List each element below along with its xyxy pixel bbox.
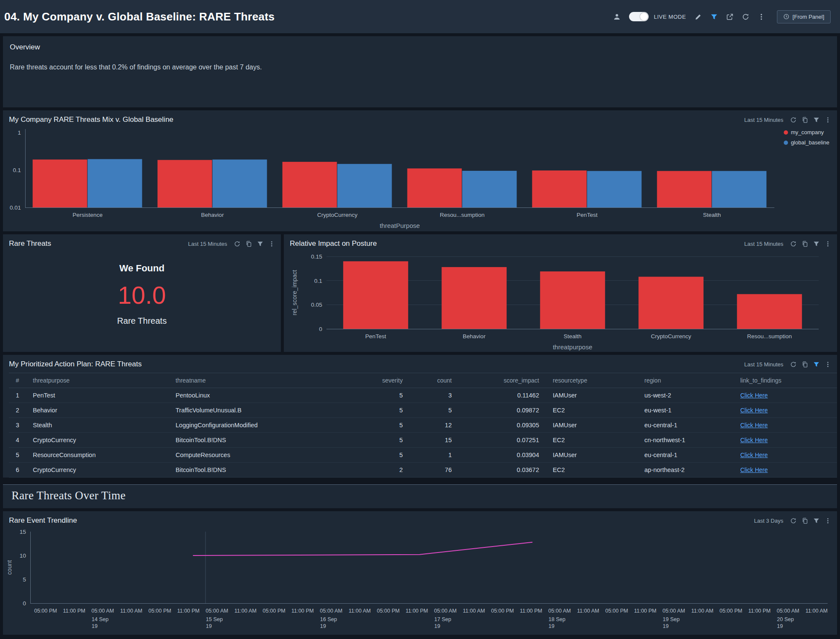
refresh-icon[interactable]	[790, 117, 797, 123]
filter-icon[interactable]	[813, 241, 820, 247]
chart-text: 05:00 PM	[491, 608, 514, 614]
refresh-icon[interactable]	[234, 241, 240, 247]
copy-icon[interactable]	[802, 241, 808, 247]
link-to-findings[interactable]: Click Here	[740, 466, 768, 473]
cell-threatname: BitcoinTool.B!DNS	[169, 433, 369, 448]
bar-global_baseline[interactable]	[462, 171, 517, 207]
bar-PenTest[interactable]	[343, 261, 408, 329]
chart-text: 11:00 AM	[463, 608, 485, 614]
cell-resourcetype: EC2	[546, 433, 638, 448]
cell-count: 3	[410, 388, 459, 403]
chart-text: 15	[20, 529, 26, 535]
kebab-menu-icon[interactable]	[825, 241, 831, 247]
cell-#: 5	[9, 448, 26, 463]
bar-my_company[interactable]	[407, 168, 462, 207]
kebab-menu-icon[interactable]	[825, 117, 831, 123]
kebab-menu-icon[interactable]	[268, 241, 275, 247]
filter-icon[interactable]	[813, 518, 820, 524]
share-icon[interactable]	[726, 13, 733, 20]
time-range-label: Last 15 Minutes	[744, 117, 783, 123]
rare-threats-panel: Rare Threats Last 15 Minutes We Found 10…	[3, 234, 281, 352]
bar-my_company[interactable]	[657, 171, 712, 207]
cell-region: us-west-2	[638, 388, 733, 403]
trend-line[interactable]	[193, 542, 533, 556]
cell-#: 3	[9, 418, 26, 433]
bar-my_company[interactable]	[33, 159, 87, 207]
link-to-findings[interactable]: Click Here	[740, 437, 768, 443]
legend-label: global_baseline	[791, 139, 829, 146]
chart-text: 05:00 PM	[605, 608, 628, 614]
copy-icon[interactable]	[802, 117, 808, 123]
chart-text: 19 Sep	[663, 616, 680, 622]
chart-text: 11:00 AM	[691, 608, 713, 614]
cell-link_to_findings: Click Here	[733, 448, 837, 463]
chart-text: 0	[319, 326, 322, 332]
panel-head: My Prioritized Action Plan: RARE Threats…	[3, 355, 837, 370]
cell-threatname: TrafficVolumeUnusual.B	[169, 403, 369, 418]
time-range-label: Last 3 Days	[754, 518, 783, 524]
legend-item-global-baseline[interactable]: global_baseline	[784, 139, 829, 146]
legend-swatch	[784, 141, 788, 145]
panel-title: Rare Event Trendline	[9, 516, 77, 525]
kebab-menu-icon[interactable]	[758, 13, 765, 20]
kebab-menu-icon[interactable]	[825, 518, 831, 524]
link-to-findings[interactable]: Click Here	[740, 407, 768, 414]
filter-icon[interactable]	[813, 361, 820, 368]
from-panel-button[interactable]: [From Panel]	[777, 10, 831, 23]
bar-my_company[interactable]	[158, 160, 212, 207]
refresh-icon[interactable]	[790, 518, 797, 524]
live-mode-toggle[interactable]	[629, 12, 649, 21]
bar-global_baseline[interactable]	[587, 171, 642, 207]
panel-head: Rare Threats Last 15 Minutes	[3, 234, 281, 250]
bar-Resou...sumption[interactable]	[737, 294, 802, 329]
filter-icon[interactable]	[813, 117, 820, 123]
legend-item-my-company[interactable]: my_company	[784, 129, 829, 135]
kebab-menu-icon[interactable]	[825, 361, 831, 368]
user-icon[interactable]	[613, 13, 621, 20]
panel-title: My Company RARE Threats Mix v. Global Ba…	[9, 115, 173, 124]
we-found-label: We Found	[119, 263, 165, 274]
time-range-label: Last 15 Minutes	[188, 241, 227, 247]
refresh-icon[interactable]	[742, 13, 749, 20]
cell-severity: 5	[369, 388, 410, 403]
action-plan-panel: My Prioritized Action Plan: RARE Threats…	[3, 355, 837, 478]
link-to-findings[interactable]: Click Here	[740, 422, 768, 429]
cell-link_to_findings: Click Here	[733, 388, 837, 403]
bar-CryptoCurrency[interactable]	[638, 277, 703, 329]
table-row: 4CryptoCurrencyBitcoinTool.B!DNS5150.072…	[9, 433, 837, 448]
header-actions: LIVE MODE [From Panel]	[613, 10, 831, 23]
bar-global_baseline[interactable]	[338, 164, 392, 207]
bar-Behavior[interactable]	[442, 267, 506, 329]
dashboard-title: 04. My Company v. Global Baseline: RARE …	[4, 10, 275, 23]
copy-icon[interactable]	[245, 241, 252, 247]
chart-text: Resou...sumption	[747, 333, 792, 340]
panel-actions: Last 15 Minutes	[744, 361, 831, 368]
filter-icon[interactable]	[257, 241, 263, 247]
chart-text: 11:00 AM	[805, 608, 828, 614]
cell-count: 1	[410, 448, 459, 463]
bar-my_company[interactable]	[283, 162, 337, 207]
chart-text: 15 Sep	[206, 616, 223, 622]
copy-icon[interactable]	[802, 518, 808, 524]
dashboard-content: Overview Rare threats account for less t…	[0, 33, 840, 638]
bar-global_baseline[interactable]	[712, 171, 767, 207]
cell-threatpurpose: ResourceConsumption	[26, 448, 169, 463]
toggle-knob	[640, 13, 648, 20]
cell-score_impact: 0.07251	[459, 433, 546, 448]
chart-text: 19	[663, 623, 669, 629]
bar-my_company[interactable]	[532, 170, 587, 207]
link-to-findings[interactable]: Click Here	[740, 452, 768, 458]
refresh-icon[interactable]	[790, 241, 797, 247]
bar-global_baseline[interactable]	[88, 159, 142, 207]
mix-chart: 10.10.01PersistenceBehaviorCryptoCurrenc…	[3, 126, 831, 231]
panel-actions: Last 15 Minutes	[188, 241, 275, 247]
edit-pencil-icon[interactable]	[695, 13, 702, 20]
refresh-icon[interactable]	[790, 361, 797, 368]
link-to-findings[interactable]: Click Here	[740, 392, 768, 399]
bar-Stealth[interactable]	[540, 271, 605, 329]
filter-icon[interactable]	[710, 13, 718, 20]
copy-icon[interactable]	[802, 361, 808, 368]
overview-text: Rare threats account for less that 0.2% …	[10, 63, 830, 71]
bar-global_baseline[interactable]	[213, 159, 267, 207]
panel-actions: Last 3 Days	[754, 518, 831, 524]
